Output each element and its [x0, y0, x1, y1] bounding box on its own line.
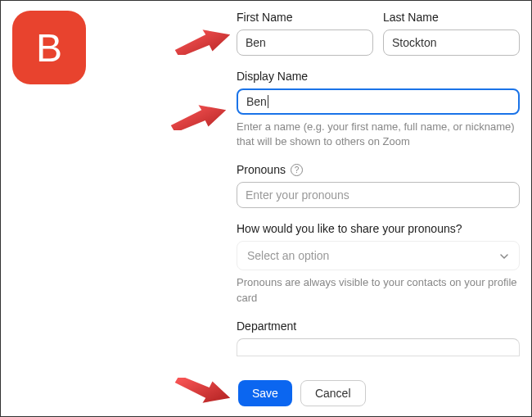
text-cursor-icon [268, 95, 268, 108]
share-pronouns-selected: Select an option [247, 249, 329, 262]
last-name-label: Last Name [383, 11, 520, 24]
display-name-input[interactable]: Ben [237, 88, 520, 115]
annotation-arrow-icon [168, 101, 229, 130]
chevron-down-icon [499, 251, 509, 261]
last-name-input[interactable] [383, 29, 520, 56]
pronouns-label-text: Pronouns [237, 163, 286, 176]
display-name-label: Display Name [237, 70, 520, 83]
share-pronouns-label: How would you like to share your pronoun… [237, 222, 520, 235]
share-pronouns-help: Pronouns are always visible to your cont… [237, 275, 520, 305]
annotation-arrow-icon [172, 378, 233, 407]
avatar[interactable]: B [12, 11, 86, 84]
pronouns-label: Pronouns ? [237, 163, 520, 176]
first-name-input[interactable] [237, 29, 373, 56]
button-bar: Save Cancel [1, 370, 531, 416]
share-pronouns-select[interactable]: Select an option [237, 241, 520, 270]
annotation-arrow-icon [172, 25, 233, 55]
department-label: Department [237, 320, 520, 333]
pronouns-input[interactable] [237, 182, 520, 208]
save-button[interactable]: Save [238, 380, 292, 406]
cancel-button[interactable]: Cancel [300, 380, 366, 406]
first-name-label: First Name [237, 11, 373, 24]
display-name-help: Enter a name (e.g. your first name, full… [237, 120, 520, 149]
department-input[interactable] [237, 338, 520, 356]
help-icon[interactable]: ? [291, 164, 303, 176]
avatar-letter: B [36, 25, 62, 70]
display-name-value: Ben [246, 95, 267, 108]
